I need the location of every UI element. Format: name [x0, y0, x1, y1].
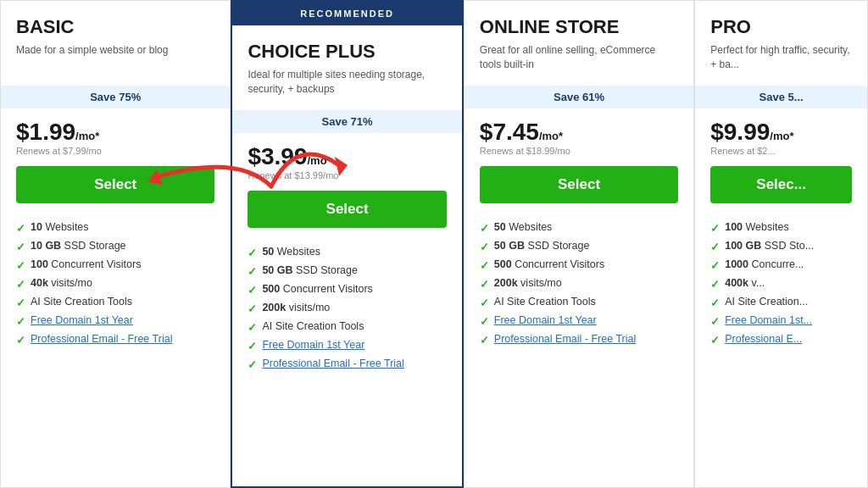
plan-card-online-store: ONLINE STORE Great for all online sellin…	[464, 0, 694, 488]
check-icon: ✓	[248, 265, 257, 278]
feature-item-online-store-5: ✓ Free Domain 1st Year	[480, 312, 678, 330]
feature-text-pro-4: AI Site Creation...	[725, 296, 808, 308]
check-icon: ✓	[710, 278, 720, 291]
feature-item-pro-5: ✓ Free Domain 1st...	[710, 312, 852, 330]
feature-item-choice-plus-4: ✓ AI Site Creation Tools	[248, 318, 446, 336]
price-suffix-online-store: /mo*	[539, 130, 563, 142]
feature-item-basic-6: ✓ Professional Email - Free Trial	[16, 330, 214, 349]
check-icon: ✓	[248, 340, 257, 352]
price-section-online-store: $7.45 /mo* Renews at $18.99/mo	[465, 114, 693, 166]
feature-link-choice-plus-6[interactable]: Professional Email - Free Trial	[262, 358, 403, 369]
select-button-choice-plus[interactable]: Select	[248, 191, 446, 228]
check-icon: ✓	[710, 222, 720, 235]
check-icon: ✓	[16, 278, 25, 291]
feature-item-online-store-1: ✓ 50 GB SSD Storage	[480, 237, 678, 256]
feature-link-online-store-5[interactable]: Free Domain 1st Year	[494, 314, 597, 326]
check-icon: ✓	[248, 302, 257, 315]
feature-item-choice-plus-0: ✓ 50 Websites	[248, 243, 446, 262]
plan-name-basic: BASIC	[16, 16, 214, 38]
check-icon: ✓	[248, 321, 257, 334]
feature-link-pro-5[interactable]: Free Domain 1st...	[725, 314, 812, 326]
check-icon: ✓	[16, 297, 25, 309]
check-icon: ✓	[16, 259, 25, 272]
select-button-online-store[interactable]: Select	[480, 166, 678, 203]
savings-bar-pro: Save 5...	[695, 86, 867, 108]
plan-desc-basic: Made for a simple website or blog	[16, 43, 214, 72]
feature-item-pro-0: ✓ 100 Websites	[710, 219, 852, 237]
savings-bar-choice-plus: Save 71%	[232, 110, 461, 133]
check-icon: ✓	[710, 334, 720, 347]
price-suffix-choice-plus: /mo*	[307, 154, 331, 167]
feature-link-basic-6[interactable]: Professional Email - Free Trial	[31, 333, 172, 345]
plan-header-online-store: ONLINE STORE Great for all online sellin…	[465, 1, 693, 80]
check-icon: ✓	[710, 241, 720, 253]
price-section-basic: $1.99 /mo* Renews at $7.99/mo	[1, 114, 230, 166]
feature-text-online-store-0: 50 Websites	[494, 221, 553, 233]
pricing-container: BASIC Made for a simple website or blog …	[0, 0, 868, 488]
check-icon: ✓	[480, 278, 489, 291]
feature-text-pro-0: 100 Websites	[725, 221, 789, 233]
feature-text-basic-2: 100 Concurrent Visitors	[31, 258, 141, 270]
price-section-choice-plus: $3.99 /mo* Renews at $13.99/mo	[232, 138, 461, 191]
feature-item-choice-plus-3: ✓ 200k visits/mo	[248, 299, 446, 318]
check-icon: ✓	[480, 334, 489, 347]
price-main-online-store: $7.45 /mo*	[480, 120, 678, 144]
plan-card-choice-plus: RECOMMENDED CHOICE PLUS Ideal for multip…	[231, 0, 463, 488]
check-icon: ✓	[248, 247, 257, 259]
check-icon: ✓	[480, 259, 489, 272]
features-list-basic: ✓ 10 Websites ✓ 10 GB SSD Storage ✓ 100 …	[1, 212, 230, 356]
price-renews-basic: Renews at $7.99/mo	[16, 146, 214, 156]
price-suffix-pro: /mo*	[770, 130, 793, 142]
plan-card-pro: PRO Perfect for high traffic, security, …	[694, 0, 868, 488]
feature-item-basic-3: ✓ 40k visits/mo	[16, 274, 214, 293]
price-main-pro: $9.99 /mo*	[710, 120, 852, 144]
check-icon: ✓	[480, 315, 489, 328]
feature-link-pro-6[interactable]: Professional E...	[725, 333, 802, 345]
price-dollar-online-store: $7.45	[480, 120, 539, 144]
check-icon: ✓	[710, 315, 720, 328]
feature-item-choice-plus-6: ✓ Professional Email - Free Trial	[248, 355, 446, 374]
feature-item-choice-plus-1: ✓ 50 GB SSD Storage	[248, 262, 446, 280]
features-list-online-store: ✓ 50 Websites ✓ 50 GB SSD Storage ✓ 500 …	[465, 212, 693, 356]
select-button-basic[interactable]: Select	[16, 166, 214, 203]
check-icon: ✓	[16, 222, 25, 235]
features-list-choice-plus: ✓ 50 Websites ✓ 50 GB SSD Storage ✓ 500 …	[232, 236, 461, 380]
feature-item-online-store-0: ✓ 50 Websites	[480, 219, 678, 237]
check-icon: ✓	[16, 241, 25, 253]
feature-link-choice-plus-5[interactable]: Free Domain 1st Year	[262, 339, 364, 351]
plan-name-online-store: ONLINE STORE	[480, 16, 678, 38]
feature-link-online-store-6[interactable]: Professional Email - Free Trial	[494, 333, 636, 345]
feature-item-pro-2: ✓ 1000 Concurre...	[710, 256, 852, 274]
check-icon: ✓	[248, 358, 257, 371]
price-renews-choice-plus: Renews at $13.99/mo	[248, 170, 446, 180]
feature-text-online-store-4: AI Site Creation Tools	[494, 296, 596, 308]
price-dollar-basic: $1.99	[16, 120, 75, 144]
plan-card-basic: BASIC Made for a simple website or blog …	[0, 0, 231, 488]
feature-text-pro-1: 100 GB SSD Sto...	[725, 240, 814, 252]
select-button-pro[interactable]: Selec...	[710, 166, 852, 203]
features-list-pro: ✓ 100 Websites ✓ 100 GB SSD Sto... ✓ 100…	[695, 212, 867, 356]
feature-text-online-store-1: 50 GB SSD Storage	[494, 240, 590, 252]
feature-item-online-store-3: ✓ 200k visits/mo	[480, 274, 678, 293]
check-icon: ✓	[16, 315, 25, 328]
check-icon: ✓	[710, 297, 720, 309]
plan-header-choice-plus: CHOICE PLUS Ideal for multiple sites nee…	[232, 25, 461, 105]
price-renews-pro: Renews at $2...	[710, 146, 852, 156]
check-icon: ✓	[710, 259, 720, 272]
plan-desc-choice-plus: Ideal for multiple sites needing storage…	[248, 68, 446, 97]
feature-text-choice-plus-2: 500 Concurrent Visitors	[262, 283, 372, 295]
price-suffix-basic: /mo*	[75, 130, 99, 142]
feature-text-choice-plus-3: 200k visits/mo	[262, 302, 330, 313]
feature-item-online-store-6: ✓ Professional Email - Free Trial	[480, 330, 678, 349]
plan-desc-pro: Perfect for high traffic, security, + ba…	[710, 43, 852, 72]
plan-name-choice-plus: CHOICE PLUS	[248, 41, 446, 63]
feature-text-pro-3: 400k v...	[725, 277, 765, 289]
plan-header-pro: PRO Perfect for high traffic, security, …	[695, 1, 867, 80]
price-main-choice-plus: $3.99 /mo*	[248, 145, 446, 169]
feature-text-basic-3: 40k visits/mo	[31, 277, 92, 289]
feature-link-basic-5[interactable]: Free Domain 1st Year	[31, 314, 133, 326]
feature-item-online-store-4: ✓ AI Site Creation Tools	[480, 293, 678, 312]
price-dollar-choice-plus: $3.99	[248, 145, 307, 169]
feature-item-choice-plus-2: ✓ 500 Concurrent Visitors	[248, 280, 446, 299]
price-renews-online-store: Renews at $18.99/mo	[480, 146, 678, 156]
